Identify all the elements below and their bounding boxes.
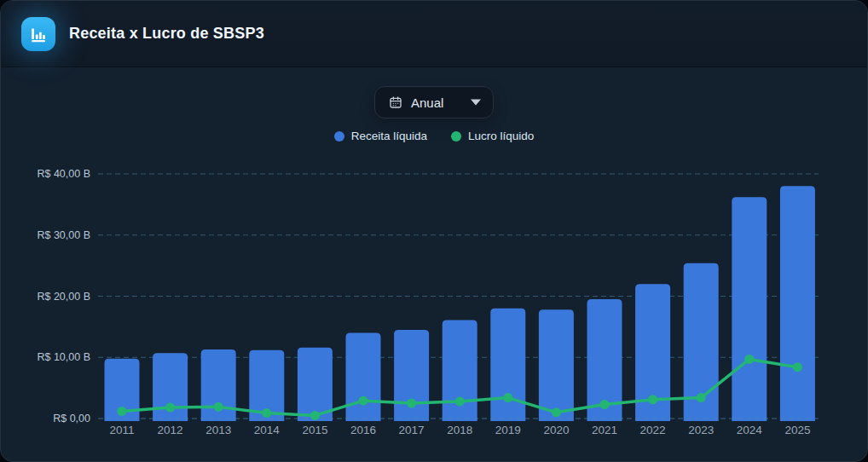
chart-canvas: R$ 40,00 BR$ 30,00 BR$ 20,00 BR$ 10,00 B… (1, 142, 868, 461)
lucro-point-2011 (118, 407, 127, 416)
x-axis-label-2014: 2014 (254, 424, 281, 436)
legend-item-lucro-liquido[interactable]: Lucro líquido (451, 130, 534, 142)
legend-dot-lucro (451, 131, 461, 141)
lucro-point-2019 (503, 393, 512, 402)
page-title: Receita x Lucro de SBSP3 (69, 25, 264, 43)
x-axis-label-2024: 2024 (737, 424, 763, 436)
x-axis-label-2015: 2015 (302, 424, 327, 436)
lucro-point-2022 (648, 395, 657, 404)
x-axis-label-2013: 2013 (205, 424, 231, 436)
x-axis-label-2020: 2020 (543, 424, 569, 436)
period-dropdown-value: Anual (411, 95, 443, 110)
chart-widget-window: Receita x Lucro de SBSP3 Anual (0, 0, 868, 462)
bar-2020 (539, 309, 574, 421)
lucro-point-2025 (793, 362, 802, 372)
bar-2016 (346, 333, 381, 421)
lucro-point-2012 (165, 403, 175, 413)
bar-2024 (732, 197, 767, 421)
bar-chart-icon (21, 17, 55, 51)
bar-2025 (780, 186, 815, 421)
calendar-icon (389, 95, 402, 109)
header: Receita x Lucro de SBSP3 (1, 1, 867, 67)
x-axis-label-2011: 2011 (109, 424, 134, 436)
lucro-point-2014 (262, 408, 271, 418)
bar-2015 (298, 348, 333, 421)
lucro-point-2023 (697, 393, 706, 402)
x-axis-label-2018: 2018 (447, 424, 472, 436)
legend-dot-receita (334, 131, 344, 141)
x-axis-label-2012: 2012 (158, 424, 183, 436)
chart-legend: Receita líquida Lucro líquido (1, 130, 867, 142)
lucro-point-2016 (359, 396, 368, 406)
toolbar: Anual (1, 86, 867, 118)
bar-2019 (490, 309, 525, 421)
lucro-point-2024 (744, 355, 754, 364)
legend-label-lucro: Lucro líquido (468, 130, 534, 142)
y-axis-tick: R$ 20,00 B (37, 291, 90, 303)
legend-item-receita-liquida[interactable]: Receita líquida (334, 130, 427, 142)
x-axis-label-2025: 2025 (784, 424, 810, 436)
x-axis-label-2016: 2016 (350, 424, 376, 436)
x-axis-label-2017: 2017 (399, 424, 425, 436)
x-axis-label-2021: 2021 (592, 424, 617, 436)
lucro-point-2020 (552, 407, 561, 417)
y-axis-tick: R$ 10,00 B (37, 351, 90, 363)
x-axis-label-2023: 2023 (688, 424, 714, 436)
chevron-down-icon (471, 99, 481, 106)
x-axis-label-2019: 2019 (495, 424, 521, 436)
legend-label-receita: Receita líquida (351, 130, 427, 142)
period-dropdown[interactable]: Anual (374, 86, 494, 118)
y-axis-tick: R$ 40,00 B (37, 168, 90, 180)
lucro-point-2021 (600, 400, 610, 409)
x-axis-label-2022: 2022 (640, 424, 666, 436)
lucro-point-2013 (214, 402, 223, 412)
y-axis-tick: R$ 30,00 B (37, 229, 90, 241)
lucro-point-2017 (407, 399, 416, 408)
lucro-point-2018 (455, 396, 465, 406)
y-axis-tick: R$ 0,00 (53, 413, 90, 424)
lucro-point-2015 (310, 411, 320, 420)
